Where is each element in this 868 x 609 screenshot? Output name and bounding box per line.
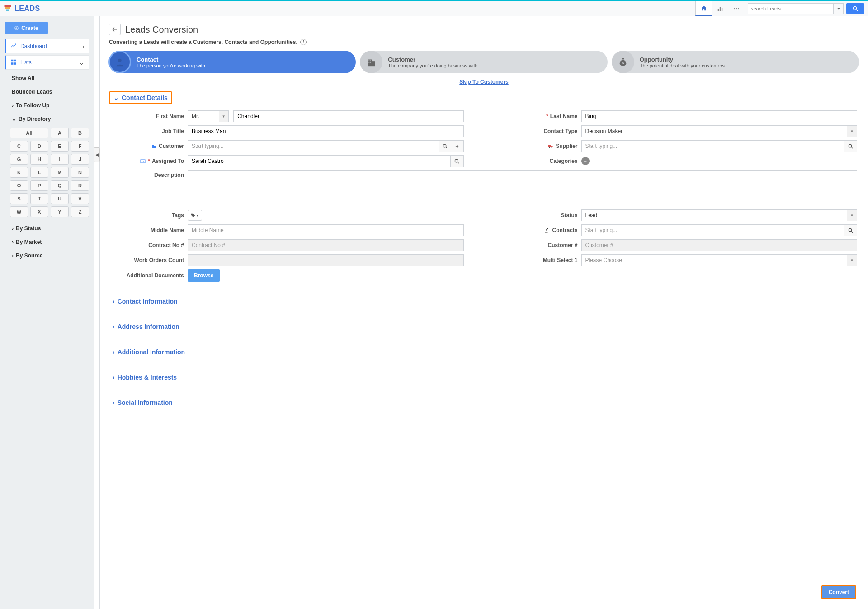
- middle-name-input[interactable]: [188, 224, 464, 236]
- svg-rect-15: [14, 61, 16, 62]
- description-input[interactable]: [188, 170, 857, 206]
- wizard-contact[interactable]: ContactThe person you're working with: [109, 51, 356, 73]
- customer-search-button[interactable]: [439, 140, 451, 152]
- chevron-down-icon: ⌄: [12, 116, 16, 122]
- splitter: ◀: [94, 16, 100, 609]
- sidebar-by-market[interactable]: ›By Market: [10, 235, 89, 249]
- alpha-f[interactable]: F: [71, 141, 89, 152]
- svg-rect-0: [5, 5, 11, 7]
- building-icon: [360, 51, 382, 73]
- supplier-search-button[interactable]: [844, 140, 857, 152]
- alpha-b[interactable]: B: [71, 128, 89, 138]
- alpha-z[interactable]: Z: [71, 206, 89, 217]
- alpha-u[interactable]: U: [51, 193, 69, 204]
- alpha-s[interactable]: S: [10, 193, 28, 204]
- section-social[interactable]: ›Social Information: [109, 397, 859, 408]
- alpha-w[interactable]: W: [10, 206, 28, 217]
- status-dropdown[interactable]: ▼: [847, 209, 857, 221]
- alpha-c[interactable]: C: [10, 141, 28, 152]
- create-button[interactable]: Create: [5, 22, 48, 34]
- label-add-docs: Additional Documents: [111, 272, 188, 279]
- create-label: Create: [21, 25, 38, 31]
- alpha-v[interactable]: V: [71, 193, 89, 204]
- section-contact-info[interactable]: ›Contact Information: [109, 296, 859, 307]
- back-button[interactable]: [109, 24, 121, 35]
- section-additional-info[interactable]: ›Additional Information: [109, 347, 859, 357]
- alpha-l[interactable]: L: [30, 167, 48, 178]
- search-input[interactable]: [748, 3, 834, 14]
- alpha-d[interactable]: D: [30, 141, 48, 152]
- alpha-all[interactable]: All: [10, 128, 48, 138]
- svg-point-31: [549, 147, 550, 148]
- sidebar-followup[interactable]: ›To Follow Up: [10, 99, 89, 112]
- sidebar-by-source[interactable]: ›By Source: [10, 249, 89, 262]
- plus-circle-icon: [14, 26, 19, 30]
- multi-select[interactable]: Please Choose: [581, 254, 848, 266]
- chevron-right-icon: ›: [113, 298, 115, 305]
- wizard-customer[interactable]: CustomerThe company you're doing busines…: [360, 51, 607, 73]
- alpha-y[interactable]: Y: [51, 206, 69, 217]
- search-dropdown[interactable]: [834, 3, 844, 14]
- alpha-e[interactable]: E: [51, 141, 69, 152]
- splitter-handle[interactable]: ◀: [94, 147, 100, 162]
- categories-add-button[interactable]: ＋: [581, 157, 590, 165]
- contracts-search-button[interactable]: [844, 224, 857, 236]
- contracts-input[interactable]: [581, 224, 844, 236]
- job-title-input[interactable]: [188, 125, 464, 137]
- alpha-t[interactable]: T: [30, 193, 48, 204]
- alpha-k[interactable]: K: [10, 167, 28, 178]
- svg-rect-17: [14, 63, 16, 64]
- alpha-q[interactable]: Q: [51, 180, 69, 191]
- section-contact-details[interactable]: ⌄ Contact Details: [109, 91, 172, 104]
- nav-dashboard[interactable]: Dashboard ›: [5, 39, 89, 53]
- alpha-x[interactable]: X: [30, 206, 48, 217]
- alpha-j[interactable]: J: [71, 154, 89, 165]
- title-select[interactable]: Mr.: [188, 110, 219, 122]
- sidebar-bounced[interactable]: Bounced Leads: [10, 85, 89, 99]
- svg-rect-38: [143, 162, 145, 162]
- search-button[interactable]: [846, 3, 864, 14]
- info-icon[interactable]: i: [300, 39, 307, 45]
- nav-lists[interactable]: Lists ⌄: [5, 55, 89, 70]
- svg-point-36: [142, 161, 142, 162]
- chevron-right-icon: ›: [113, 399, 115, 406]
- alpha-m[interactable]: M: [51, 167, 69, 178]
- alpha-p[interactable]: P: [30, 180, 48, 191]
- first-name-input[interactable]: [233, 110, 463, 122]
- chevron-right-icon: ›: [113, 348, 115, 356]
- supplier-input[interactable]: [581, 140, 844, 152]
- section-hobbies[interactable]: ›Hobbies & Interests: [109, 372, 859, 383]
- alpha-g[interactable]: G: [10, 154, 28, 165]
- alpha-o[interactable]: O: [10, 180, 28, 191]
- label-contracts: Contracts: [552, 227, 577, 233]
- multi-select-dropdown[interactable]: ▼: [847, 254, 857, 266]
- contact-type-dropdown[interactable]: ▼: [847, 125, 857, 137]
- home-icon: [701, 5, 707, 11]
- title-select-dropdown[interactable]: ▼: [219, 110, 229, 122]
- more-button[interactable]: [728, 1, 744, 16]
- chevron-right-icon: ›: [12, 102, 14, 109]
- last-name-input[interactable]: [581, 110, 858, 122]
- convert-button[interactable]: Convert: [821, 585, 856, 599]
- sidebar-by-status[interactable]: ›By Status: [10, 222, 89, 235]
- contact-type-select[interactable]: Decision Maker: [581, 125, 848, 137]
- alpha-n[interactable]: N: [71, 167, 89, 178]
- assigned-to-input[interactable]: [188, 155, 451, 167]
- browse-button[interactable]: Browse: [188, 269, 220, 282]
- status-select[interactable]: Lead: [581, 209, 848, 221]
- customer-input[interactable]: [188, 140, 439, 152]
- home-button[interactable]: [695, 1, 712, 16]
- assigned-search-button[interactable]: [451, 155, 464, 167]
- tags-button[interactable]: ▼: [188, 210, 202, 221]
- alpha-h[interactable]: H: [30, 154, 48, 165]
- alpha-r[interactable]: R: [71, 180, 89, 191]
- stats-button[interactable]: [712, 1, 728, 16]
- alpha-a[interactable]: A: [51, 128, 69, 138]
- customer-add-button[interactable]: ＋: [451, 140, 463, 152]
- skip-link[interactable]: Skip To Customers: [459, 79, 508, 85]
- section-address-info[interactable]: ›Address Information: [109, 321, 859, 332]
- sidebar-by-directory[interactable]: ⌄By Directory: [10, 112, 89, 126]
- sidebar-show-all[interactable]: Show All: [10, 71, 89, 85]
- alpha-i[interactable]: I: [51, 154, 69, 165]
- wizard-opportunity[interactable]: $ OpportunityThe potential deal with you…: [612, 51, 859, 73]
